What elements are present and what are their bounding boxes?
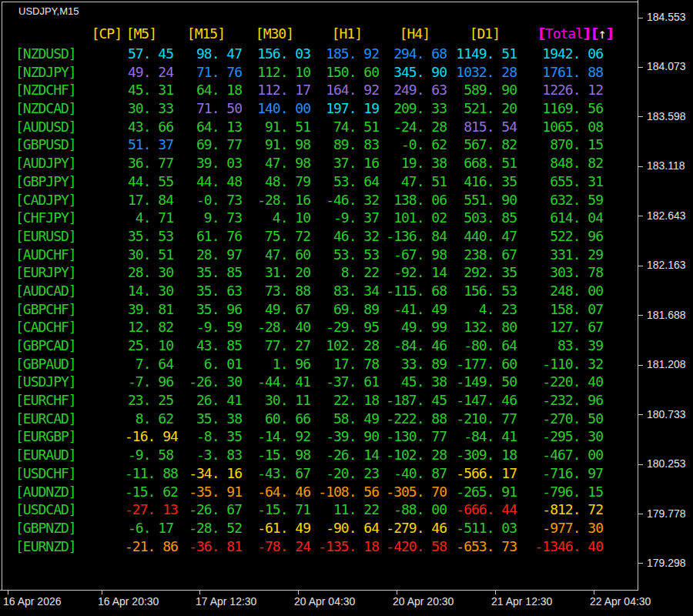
value-cell: 44. 48 <box>173 172 242 191</box>
bracket-icon: ] <box>604 23 614 45</box>
pair-label: [EURCHF] <box>0 391 125 410</box>
price-label: 183.118 <box>647 159 685 172</box>
time-label: 21 Apr 12:30 <box>491 595 552 608</box>
value-cell: 69. 77 <box>173 136 242 154</box>
bracket-icon: [ <box>536 23 546 45</box>
table-row: [GBPUSD]51. 3769. 7791. 9889. 83-0. 6256… <box>0 136 608 154</box>
time-axis-tick <box>8 590 8 594</box>
table-row: [CADJPY]17. 84-0. 73-28. 16-46. 32138. 0… <box>0 191 608 209</box>
value-cell: -41. 49 <box>379 300 447 319</box>
column-header-total-sort[interactable]: [Total][↑] <box>517 23 603 45</box>
column-header-m30: [M30] <box>242 23 310 45</box>
price-axis-tick <box>638 166 643 167</box>
value-cell: 164. 92 <box>310 81 379 99</box>
value-cell: -265. 91 <box>447 483 517 501</box>
value-cell: 53. 53 <box>310 246 379 264</box>
value-cell: 521. 20 <box>447 99 517 118</box>
value-cell: -29. 95 <box>310 318 379 336</box>
value-cell: -102. 28 <box>379 446 447 464</box>
value-cell: -88. 00 <box>379 500 447 519</box>
value-cell: 248. 00 <box>517 282 603 300</box>
table-row: [AUDUSD]43. 6664. 1391. 5174. 51-24. 288… <box>0 118 608 136</box>
value-cell: -210. 77 <box>447 410 517 428</box>
value-cell: 158. 07 <box>517 300 603 319</box>
pair-label: [NZDUSD] <box>0 45 125 63</box>
value-cell: -8. 35 <box>173 427 242 446</box>
pair-label: [USDJPY] <box>0 373 125 391</box>
value-cell: 150. 60 <box>310 63 379 82</box>
time-label: 17 Apr 12:30 <box>196 595 256 608</box>
value-cell: 43. 66 <box>125 118 173 136</box>
value-cell: 303. 78 <box>517 263 603 282</box>
value-cell: -36. 81 <box>173 537 242 556</box>
value-cell: -11. 88 <box>125 464 173 483</box>
pair-label: [USDCAD] <box>0 500 125 519</box>
value-cell: 47. 51 <box>379 172 447 191</box>
value-cell: -666. 44 <box>447 500 517 519</box>
value-cell: 848. 82 <box>517 154 603 172</box>
value-cell: -92. 14 <box>379 263 447 282</box>
pair-label: [CADJPY] <box>0 191 125 209</box>
pair-label: [CADCHF] <box>0 318 125 336</box>
value-cell: -108. 56 <box>310 483 379 501</box>
pair-label: [GBPNZD] <box>0 519 125 537</box>
value-cell: 197. 19 <box>310 99 379 118</box>
price-axis[interactable] <box>638 0 693 590</box>
value-cell: -40. 87 <box>379 464 447 483</box>
value-cell: 91. 98 <box>242 136 310 154</box>
value-cell: 35. 53 <box>125 227 173 246</box>
value-cell: 49. 67 <box>242 300 310 319</box>
value-cell: -26. 67 <box>173 500 242 519</box>
value-cell: -28. 52 <box>173 519 242 537</box>
value-cell: 238. 67 <box>447 246 517 264</box>
price-axis-tick <box>638 315 643 316</box>
value-cell: 73. 88 <box>242 282 310 300</box>
table-row: [NZDCHF]45. 3164. 18112. 17164. 92249. 6… <box>0 81 608 99</box>
pair-label: [USDCHF] <box>0 464 125 483</box>
value-cell: -511. 03 <box>447 519 517 537</box>
value-cell: 209. 33 <box>379 99 447 118</box>
chart-area[interactable]: [CP][M5][M15][M30][H1][H4][D1][Total][↑]… <box>0 0 638 590</box>
value-cell: 51. 37 <box>125 136 173 154</box>
value-cell: 23. 25 <box>125 391 173 410</box>
value-cell: 83. 39 <box>517 336 603 355</box>
value-cell: -28. 40 <box>242 318 310 336</box>
value-cell: 331. 29 <box>517 246 603 264</box>
price-label: 184.073 <box>647 60 686 72</box>
value-cell: 102. 28 <box>310 336 379 355</box>
value-cell: -61. 49 <box>242 519 310 537</box>
value-cell: 60. 66 <box>242 410 310 428</box>
value-cell: 43. 85 <box>173 336 242 355</box>
pair-label: [EURNZD] <box>0 537 125 556</box>
time-axis-tick <box>102 590 102 594</box>
value-cell: -84. 46 <box>379 336 447 355</box>
pair-label: [GBPCAD] <box>0 336 125 355</box>
value-cell: -0. 73 <box>173 191 242 209</box>
value-cell: -90. 64 <box>310 519 379 537</box>
value-cell: 112. 10 <box>242 63 310 82</box>
price-label: 183.598 <box>647 110 686 122</box>
time-label: 20 Apr 04:30 <box>294 595 355 608</box>
value-cell: 503. 85 <box>447 209 517 227</box>
value-cell: -67. 98 <box>379 246 447 264</box>
value-cell: 1942. 06 <box>517 45 603 63</box>
value-cell: 71. 76 <box>173 63 242 82</box>
value-cell: 1226. 12 <box>517 81 603 99</box>
price-label: 179.298 <box>647 557 686 569</box>
value-cell: 156. 53 <box>447 282 517 300</box>
value-cell: 17. 84 <box>125 191 173 209</box>
value-cell: 292. 35 <box>447 263 517 282</box>
value-cell: 30. 33 <box>125 99 173 118</box>
currency-strength-table: [CP][M5][M15][M30][H1][H4][D1][Total][↑]… <box>0 23 608 555</box>
value-cell: 1169. 56 <box>517 99 603 118</box>
value-cell: -39. 90 <box>310 427 379 446</box>
table-row: [CHFJPY]4. 719. 734. 10-9. 37101. 02503.… <box>0 209 608 227</box>
pair-label: [AUDCAD] <box>0 282 125 300</box>
table-row: [GBPCHF]39. 8135. 9649. 6769. 89-41. 494… <box>0 300 608 319</box>
value-cell: 49. 99 <box>379 318 447 336</box>
chart-window: USDJPY,M15 [CP][M5][M15][M30][H1][H4][D1… <box>0 0 693 616</box>
value-cell: -977. 30 <box>517 519 603 537</box>
value-cell: -6. 17 <box>125 519 173 537</box>
value-cell: 1032. 28 <box>447 63 517 82</box>
table-row: [USDCHF]-11. 88-34. 16-43. 67-20. 23-40.… <box>0 464 608 483</box>
